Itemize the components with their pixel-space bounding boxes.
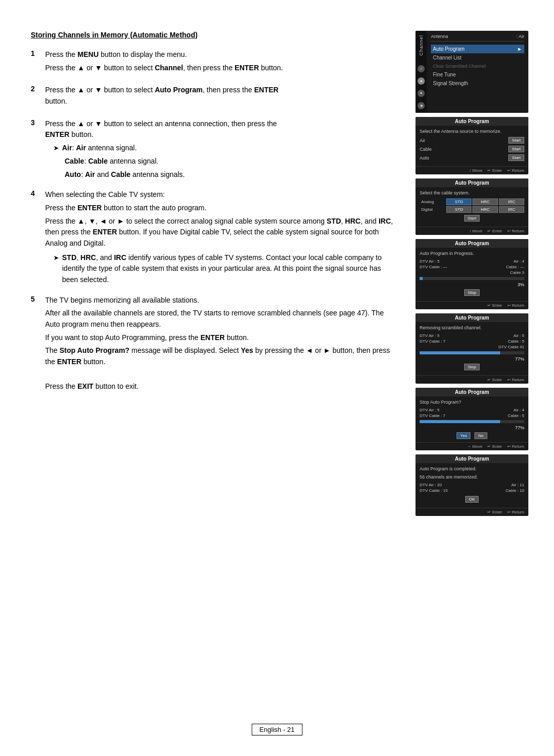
analog-std[interactable]: STD <box>446 198 471 205</box>
auto-program-panel-5: Auto Program Stop Auto Program? DTV Air … <box>416 388 528 450</box>
dtv-air-6: DTV Air : 20 <box>420 483 442 487</box>
auto-program-panel-2: Auto Program Select the cable system. An… <box>416 178 528 235</box>
left-content: Storing Channels in Memory (Automatic Me… <box>31 31 395 725</box>
digital-hrc[interactable]: HRC <box>472 206 498 213</box>
step-3: 3 Press the ▲ or ▼ button to select an a… <box>31 118 395 180</box>
page-footer: English - 21 <box>252 724 303 735</box>
yes-button[interactable]: Yes <box>457 432 470 439</box>
dtv-cable-5: DTV Cable : 7 <box>420 413 445 418</box>
completed-row2: DTV Cable : 15 Cable : 10 <box>420 488 524 493</box>
completed-desc: Auto Program is completed. <box>420 466 524 471</box>
scrambled-row2: DTV Cable : 7 Cable : 5 <box>420 339 524 344</box>
progress-bar-5 <box>420 420 524 423</box>
sidebar-icons: ○ ● ✦ ◈ ▣ <box>418 65 425 113</box>
dtv-cable-6: DTV Cable : 15 <box>420 488 448 493</box>
step-5: 5 The TV begins memorizing all available… <box>31 295 395 394</box>
dtv-air-3: DTV Air : 5 <box>420 259 440 264</box>
start-center: Start <box>420 215 524 222</box>
progress-bar-4 <box>420 351 524 354</box>
cable-start-button[interactable]: Start <box>464 215 480 222</box>
cable-5: Cable : 5 <box>508 413 524 418</box>
panel-title-4: Auto Program <box>416 313 528 322</box>
section-title: Storing Channels in Memory (Automatic Me… <box>31 31 395 39</box>
scrambled-row1: DTV Air : 5 Air : 5 <box>420 333 524 338</box>
dtv-air-4: DTV Air : 5 <box>420 333 440 338</box>
menu-item-channel-list[interactable]: Channel List <box>431 53 524 62</box>
sidebar-icon-1: ○ <box>418 65 425 72</box>
auto-program-panel-4: Auto Program Removing scrambled channel.… <box>416 313 528 384</box>
stop-desc: Stop Auto Program? <box>420 400 524 405</box>
menu-item-auto-program[interactable]: Auto Program ► <box>431 45 524 53</box>
progress-fill-3 <box>420 277 423 280</box>
digital-std[interactable]: STD <box>446 206 471 213</box>
dtv-air-5: DTV Air : 5 <box>420 408 440 412</box>
progress-fill-5 <box>420 420 500 423</box>
analog-hrc[interactable]: HRC <box>472 198 498 205</box>
step-4: 4 When selecting the Cable TV system: Pr… <box>31 189 395 286</box>
panel-row-auto: Auto Start <box>420 154 524 161</box>
panel-desc-2: Select the cable system. <box>420 190 524 195</box>
panel-footer-5: ↔ Move ↵ Enter ↩ Return <box>416 442 528 450</box>
channel-menu-panel: Channel ○ ● ✦ ◈ ▣ Antenna : Air Auto Pro… <box>416 31 528 113</box>
auto-program-panel-6: Auto Program Auto Program is completed. … <box>416 454 528 516</box>
panel-footer-2: ↕ Move ↵ Enter ↩ Return <box>416 227 528 235</box>
antenna-label: Antenna <box>431 34 448 39</box>
channel-label: Channel <box>419 35 424 56</box>
progress-bar-3 <box>420 277 524 280</box>
panel-body-6: Auto Program is completed. 56 channels a… <box>416 463 528 508</box>
panel-row-air: Air Start <box>420 137 524 144</box>
panel-title-3: Auto Program <box>416 239 528 248</box>
ok-button[interactable]: OK <box>465 496 479 503</box>
percent-5: 77% <box>420 425 524 430</box>
progress-row1: DTV Air : 5 Air : 4 <box>420 259 524 264</box>
channels-memorized: 56 channels are memorized. <box>420 474 524 480</box>
panel-title-1: Auto Program <box>416 117 528 126</box>
cable-num-4: DTV Cable 41 <box>420 345 524 349</box>
yes-no-row: Yes No <box>420 432 524 439</box>
cable-num-3: Cable 3 <box>420 270 524 275</box>
cable-grid: Analog STD HRC IRC Digital STD HRC IRC <box>420 198 524 213</box>
panel-footer-4: ↵ Enter ↩ Return <box>416 375 528 384</box>
panel-body-4: Removing scrambled channel. DTV Air : 5 … <box>416 322 528 375</box>
stop-button-4[interactable]: Stop <box>464 364 480 370</box>
air-4: Air : 5 <box>513 333 524 338</box>
panel-title-6: Auto Program <box>416 454 528 463</box>
sidebar-icon-2: ● <box>418 77 425 85</box>
no-button[interactable]: No <box>474 432 487 439</box>
analog-irc[interactable]: IRC <box>499 198 524 205</box>
dtv-cable-4: DTV Cable : 7 <box>420 339 445 344</box>
start-air-button[interactable]: Start <box>508 137 524 144</box>
panel-row-cable: Cable Start <box>420 146 524 152</box>
panel-desc-1: Select the Antenna source to memorize. <box>420 129 524 134</box>
air-6: Air : 11 <box>511 483 524 487</box>
auto-program-panel-1: Auto Program Select the Antenna source t… <box>416 117 528 174</box>
panel-footer-6: ↵ Enter ↩ Return <box>416 508 528 516</box>
dtv-cable-3: DTV Cable : — <box>420 265 447 269</box>
step-1: 1 Press the MENU button to display the m… <box>31 49 395 75</box>
stop-row2: DTV Cable : 7 Cable : 5 <box>420 413 524 418</box>
panel-title-5: Auto Program <box>416 388 528 396</box>
progress-desc: Auto Program in Progress. <box>420 251 524 256</box>
stop-row1: DTV Air : 5 Air : 4 <box>420 408 524 412</box>
cable-4: Cable : 5 <box>508 339 524 344</box>
panel-footer-1: ↕ Move ↵ Enter ↩ Return <box>416 166 528 174</box>
step-2: 2 Press the ▲ or ▼ button to select Auto… <box>31 85 395 109</box>
menu-item-signal-strength[interactable]: Signal Strength <box>431 79 524 88</box>
cable-6: Cable : 10 <box>506 488 524 493</box>
start-auto-button[interactable]: Start <box>508 154 524 161</box>
percent-4: 77% <box>420 356 524 362</box>
panel-title-2: Auto Program <box>416 178 528 187</box>
panel-body-3: Auto Program in Progress. DTV Air : 5 Ai… <box>416 248 528 301</box>
menu-item-clear-scrambled: Clear Scrambled Channel <box>431 62 524 70</box>
channel-sidebar: Channel ○ ● ✦ ◈ ▣ <box>416 31 427 113</box>
scrambled-desc: Removing scrambled channel. <box>420 325 524 330</box>
start-cable-button[interactable]: Start <box>508 146 524 152</box>
air-3: Air : 4 <box>513 259 524 264</box>
completed-row1: DTV Air : 20 Air : 11 <box>420 483 524 487</box>
channel-content: Antenna : Air Auto Program ► Channel Lis… <box>427 31 528 113</box>
digital-irc[interactable]: IRC <box>499 206 524 213</box>
stop-button-3[interactable]: Stop <box>464 289 480 296</box>
menu-item-fine-tune[interactable]: Fine Tune <box>431 70 524 79</box>
percent-3: 3% <box>420 282 524 287</box>
panel-body-1: Select the Antenna source to memorize. A… <box>416 126 528 166</box>
